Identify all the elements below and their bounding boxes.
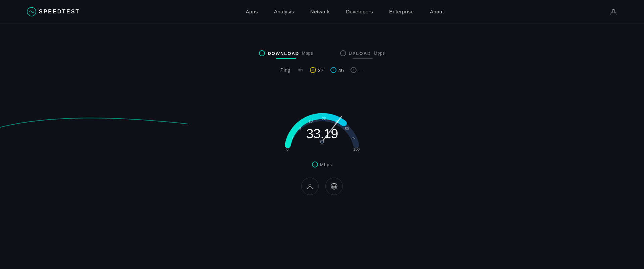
upload-unit: Mbps xyxy=(374,51,385,56)
ping-download-stat: ◎ 27 xyxy=(310,67,324,73)
globe-button[interactable] xyxy=(325,178,343,195)
upload-tab-header: ↑ UPLOAD Mbps xyxy=(340,50,385,56)
user-profile-button[interactable] xyxy=(301,178,319,195)
download-icon: ↓ xyxy=(259,50,265,56)
main-content: ↓ DOWNLOAD Mbps ↑ UPLOAD Mbps Ping ms ◎ … xyxy=(0,23,644,195)
download-tab-underline xyxy=(276,58,296,59)
svg-text:75: 75 xyxy=(351,136,355,140)
svg-text:1: 1 xyxy=(291,136,293,140)
upload-label: UPLOAD xyxy=(349,51,371,56)
ping-upload-icon: ↓ xyxy=(330,67,336,73)
svg-text:100: 100 xyxy=(354,147,360,151)
svg-text:10: 10 xyxy=(309,119,313,123)
speedtest-logo-icon xyxy=(27,7,36,16)
speed-gauge: 0 1 5 10 20 30 50 75 100 33.19 xyxy=(278,86,366,153)
ping-row: Ping ms ◎ 27 ↓ 46 ↑ — xyxy=(280,67,364,73)
svg-point-13 xyxy=(309,184,311,187)
user-circle-icon xyxy=(306,183,314,190)
nav-developers[interactable]: Developers xyxy=(346,9,373,14)
download-unit: Mbps xyxy=(302,51,313,56)
svg-text:0: 0 xyxy=(286,147,288,151)
ping-label: Ping xyxy=(280,67,290,73)
svg-text:20: 20 xyxy=(322,117,326,121)
svg-point-1 xyxy=(612,9,615,12)
ping-generic-value: — xyxy=(359,67,364,73)
ping-generic-icon: ↑ xyxy=(351,67,357,73)
globe-icon xyxy=(330,183,338,190)
upload-icon: ↑ xyxy=(340,50,346,56)
user-icon xyxy=(610,8,617,15)
decorative-curve xyxy=(0,77,195,144)
ping-generic-stat: ↑ — xyxy=(351,67,364,73)
nav-network[interactable]: Network xyxy=(310,9,330,14)
ping-download-value: 27 xyxy=(318,67,324,73)
ping-download-icon: ◎ xyxy=(310,67,316,73)
svg-text:30: 30 xyxy=(335,119,339,123)
header: SPEEDTEST Apps Analysis Network Develope… xyxy=(0,0,644,23)
gauge-unit-label: Mbps xyxy=(320,162,332,167)
nav-about[interactable]: About xyxy=(430,9,444,14)
ping-unit: ms xyxy=(298,68,303,72)
upload-tab-underline xyxy=(353,58,373,59)
speed-tabs: ↓ DOWNLOAD Mbps ↑ UPLOAD Mbps xyxy=(259,50,385,59)
upload-tab[interactable]: ↑ UPLOAD Mbps xyxy=(340,50,385,59)
ping-upload-value: 46 xyxy=(338,67,344,73)
gauge-value: 33.19 xyxy=(306,126,338,141)
gauge-download-icon: ↓ xyxy=(312,161,318,167)
svg-text:5: 5 xyxy=(299,127,301,131)
main-nav: Apps Analysis Network Developers Enterpr… xyxy=(246,9,444,14)
ping-upload-stat: ↓ 46 xyxy=(330,67,344,73)
nav-apps[interactable]: Apps xyxy=(246,9,258,14)
logo[interactable]: SPEEDTEST xyxy=(27,7,80,16)
download-tab-header: ↓ DOWNLOAD Mbps xyxy=(259,50,313,56)
nav-enterprise[interactable]: Enterprise xyxy=(389,9,414,14)
logo-text: SPEEDTEST xyxy=(39,9,80,15)
gauge-unit-row: ↓ Mbps xyxy=(312,161,332,167)
gauge-svg: 0 1 5 10 20 30 50 75 100 xyxy=(278,86,366,153)
download-tab[interactable]: ↓ DOWNLOAD Mbps xyxy=(259,50,313,59)
bottom-buttons xyxy=(301,178,343,195)
user-account-button[interactable] xyxy=(610,8,617,15)
svg-text:50: 50 xyxy=(345,127,349,131)
download-label: DOWNLOAD xyxy=(268,51,299,56)
nav-analysis[interactable]: Analysis xyxy=(274,9,294,14)
